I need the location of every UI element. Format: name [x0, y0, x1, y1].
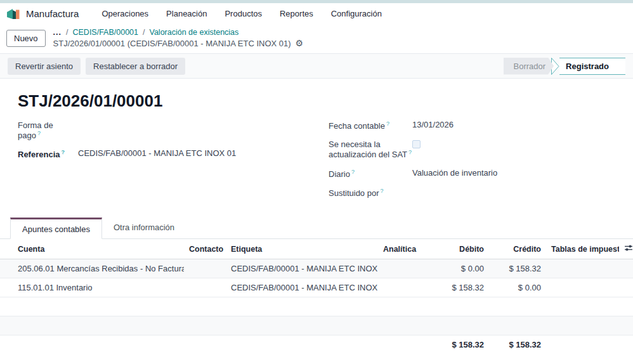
help-icon[interactable]: ? — [37, 130, 41, 136]
field-label: Referencia — [18, 150, 60, 160]
field-forma-de-pago: Forma de pago? — [18, 120, 311, 140]
cell-cuenta[interactable]: 205.06.01 Mercancías Recibidas - No Fact… — [0, 259, 184, 278]
totals-row: $ 158.32 $ 158.32 — [0, 335, 633, 354]
top-navbar: Manufactura Operaciones Planeación Produ… — [0, 3, 633, 24]
breadcrumb-current: STJ/2026/01/00001 (CEDIS/FAB/00001 - MAN… — [53, 39, 291, 48]
status-step-registrado: Registrado — [559, 58, 625, 75]
cell-debito[interactable]: $ 158.32 — [441, 278, 489, 297]
col-header-cuenta[interactable]: Cuenta — [0, 239, 184, 259]
total-debito: $ 158.32 — [441, 335, 489, 354]
field-fecha-contable: Fecha contable? 13/01/2026 — [329, 120, 624, 131]
optional-columns-icon[interactable] — [624, 244, 633, 254]
cell-etiqueta[interactable]: CEDIS/FAB/00001 - MANIJA ETC INOX 01 — [226, 259, 378, 278]
field-label: Diario — [329, 169, 350, 179]
col-header-analitica[interactable]: Analítica — [378, 239, 441, 259]
menu-operaciones[interactable]: Operaciones — [93, 9, 157, 18]
breadcrumb-link-valoracion[interactable]: Valoración de existencias — [150, 28, 239, 37]
help-icon[interactable]: ? — [408, 149, 412, 155]
cell-analitica[interactable] — [378, 259, 441, 278]
breadcrumb-separator: / — [143, 28, 145, 37]
field-label: Se necesita la actualización del SAT — [329, 140, 407, 159]
journal-items-table: Cuenta Contacto Etiqueta Analítica Débit… — [0, 239, 633, 354]
breadcrumb-overflow-button[interactable]: ... — [53, 28, 62, 37]
cell-etiqueta[interactable]: CEDIS/FAB/00001 - MANIJA ETC INOX 01 — [226, 278, 378, 297]
cell-credito[interactable]: $ 0.00 — [489, 278, 546, 297]
tab-apuntes-contables[interactable]: Apuntes contables — [10, 218, 102, 239]
field-diario: Diario? Valuación de inventario — [329, 168, 624, 179]
sat-update-checkbox[interactable] — [412, 140, 421, 148]
col-header-etiqueta[interactable]: Etiqueta — [226, 239, 378, 259]
cell-contacto[interactable] — [184, 278, 226, 297]
cell-analitica[interactable] — [378, 278, 441, 297]
help-icon[interactable]: ? — [381, 188, 384, 194]
breadcrumb-separator: / — [66, 28, 68, 37]
notebook-tabs: Apuntes contables Otra información — [0, 218, 633, 239]
revert-entry-button[interactable]: Revertir asiento — [8, 58, 81, 75]
control-panel: Revertir asiento Restablecer a borrador … — [0, 54, 633, 79]
field-value[interactable]: 13/01/2026 — [412, 120, 454, 129]
table-header-row: Cuenta Contacto Etiqueta Analítica Débit… — [0, 239, 633, 259]
empty-row — [0, 297, 633, 316]
gear-icon[interactable]: ⚙ — [296, 38, 304, 48]
menu-configuracion[interactable]: Configuración — [322, 9, 391, 18]
empty-row — [0, 316, 633, 335]
help-icon[interactable]: ? — [351, 169, 355, 175]
breadcrumb-link-cedis[interactable]: CEDIS/FAB/00001 — [72, 28, 138, 37]
tab-otra-informacion[interactable]: Otra información — [102, 218, 186, 238]
record-title: STJ/2026/01/00001 — [0, 91, 633, 111]
help-icon[interactable]: ? — [386, 120, 389, 127]
field-label: Sustituido por — [329, 188, 379, 198]
cell-debito[interactable]: $ 0.00 — [441, 259, 489, 278]
field-label: Forma de pago — [18, 120, 53, 140]
new-button[interactable]: Nuevo — [6, 30, 46, 47]
cell-impuestos[interactable] — [546, 259, 619, 278]
app-name: Manufactura — [26, 8, 79, 19]
cell-cuenta[interactable]: 115.01.01 Inventario — [0, 278, 184, 297]
status-step-borrador[interactable]: Borrador — [504, 58, 554, 75]
cell-credito[interactable]: $ 158.32 — [489, 259, 546, 278]
cell-impuestos[interactable] — [546, 278, 619, 297]
app-switcher[interactable]: Manufactura — [6, 8, 79, 20]
help-icon[interactable]: ? — [61, 149, 65, 155]
field-sat-update: Se necesita la actualización del SAT? — [329, 139, 624, 159]
field-value[interactable]: Valuación de inventario — [412, 168, 497, 178]
col-header-debito[interactable]: Débito — [441, 239, 489, 259]
total-credito: $ 158.32 — [489, 335, 546, 354]
manufacturing-app-icon — [6, 8, 22, 20]
table-row[interactable]: 115.01.01 Inventario CEDIS/FAB/00001 - M… — [0, 278, 633, 297]
col-header-contacto[interactable]: Contacto — [184, 239, 226, 259]
col-header-impuestos[interactable]: Tablas de impuestos — [546, 239, 619, 259]
field-label: Fecha contable — [329, 121, 385, 131]
field-sustituido-por: Sustituido por? — [329, 187, 624, 198]
col-header-credito[interactable]: Crédito — [489, 239, 546, 259]
breadcrumb-area: Nuevo ... / CEDIS/FAB/00001 / Valoración… — [0, 24, 633, 54]
menu-reportes[interactable]: Reportes — [271, 9, 322, 18]
menu-planeacion[interactable]: Planeación — [157, 9, 216, 18]
table-row[interactable]: 205.06.01 Mercancías Recibidas - No Fact… — [0, 259, 633, 278]
menu-productos[interactable]: Productos — [216, 9, 271, 18]
field-value[interactable]: CEDIS/FAB/00001 - MANIJA ETC INOX 01 — [78, 148, 236, 158]
field-referencia: Referencia? CEDIS/FAB/00001 - MANIJA ETC… — [18, 148, 311, 159]
cell-contacto[interactable] — [184, 259, 226, 278]
reset-to-draft-button[interactable]: Restablecer a borrador — [86, 58, 185, 75]
breadcrumb: ... / CEDIS/FAB/00001 / Valoración de ex… — [53, 28, 304, 48]
form-fields: Forma de pago? Referencia? CEDIS/FAB/000… — [0, 120, 633, 206]
status-pipeline: Borrador Registrado — [504, 58, 625, 75]
form-sheet: STJ/2026/01/00001 Forma de pago? Referen… — [0, 79, 633, 354]
